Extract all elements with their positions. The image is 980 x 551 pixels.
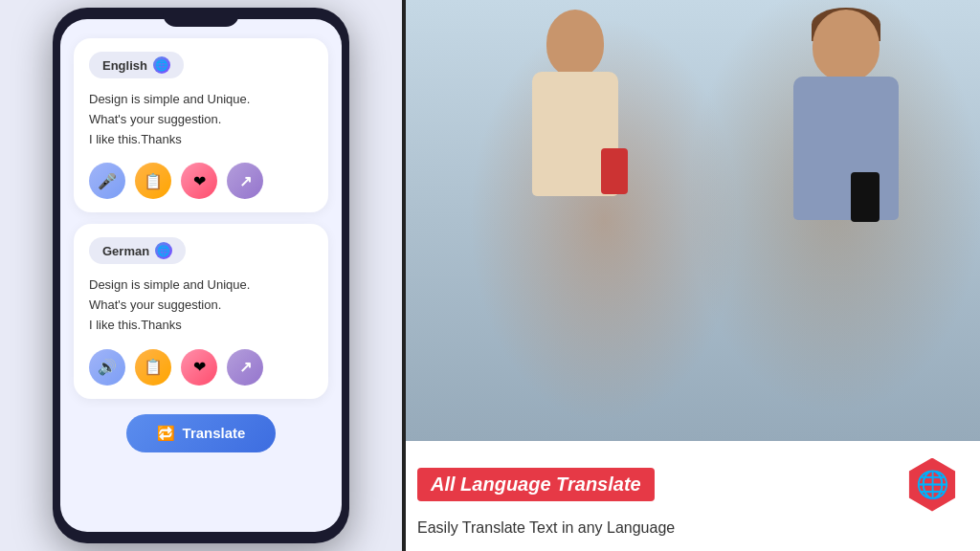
- banner-subtitle: Easily Translate Text in any Language: [417, 519, 961, 537]
- source-actions: 🎤 📋 ❤ ↗: [89, 163, 313, 199]
- banner-title-box: All Language Translate: [417, 468, 655, 501]
- translate-label: Translate: [183, 425, 246, 441]
- heart-icon-2: ❤: [193, 358, 206, 376]
- banner-title-row: All Language Translate 🌐: [417, 456, 961, 514]
- mic-button[interactable]: 🎤: [89, 163, 125, 199]
- man-body: [793, 77, 899, 220]
- copy-button-2[interactable]: 📋: [135, 349, 171, 386]
- target-lang-label: German: [102, 244, 149, 258]
- phone-border: [402, 0, 406, 551]
- target-lang-selector[interactable]: German 🌐: [89, 237, 313, 264]
- translate-btn-container: 🔁 Translate: [74, 414, 328, 452]
- favorite-button[interactable]: ❤: [181, 163, 217, 199]
- copy-icon-2: 📋: [144, 358, 163, 376]
- left-panel: English 🌐 Design is simple and Unique. W…: [0, 0, 402, 551]
- phone-frame: English 🌐 Design is simple and Unique. W…: [53, 8, 349, 543]
- speaker-icon: 🔊: [98, 358, 117, 376]
- share-button[interactable]: ↗: [227, 163, 263, 199]
- globe-hex-badge: 🌐: [903, 456, 961, 514]
- target-actions: 🔊 📋 ❤ ↗: [89, 349, 313, 386]
- share-icon: ↗: [239, 172, 252, 190]
- woman-phone: [601, 148, 628, 194]
- source-lang-label: English: [102, 58, 147, 73]
- woman-head: [546, 10, 604, 77]
- translate-icon: 🔁: [157, 425, 175, 442]
- source-text: Design is simple and Unique. What's your…: [89, 90, 313, 149]
- copy-icon: 📋: [144, 172, 163, 190]
- woman-body: [532, 72, 618, 196]
- bottom-banner: All Language Translate 🌐 Easily Translat…: [402, 441, 980, 551]
- man-head: [813, 10, 880, 81]
- favorite-button-2[interactable]: ❤: [181, 349, 217, 386]
- target-text: Design is simple and Unique. What's your…: [89, 276, 313, 335]
- source-globe-icon: 🌐: [153, 56, 170, 74]
- source-card: English 🌐 Design is simple and Unique. W…: [74, 38, 328, 212]
- photo-scene: [402, 0, 980, 441]
- hex-globe-icon: 🌐: [916, 469, 949, 500]
- phone-notch: [163, 8, 239, 27]
- speaker-button[interactable]: 🔊: [89, 349, 125, 386]
- woman-figure: [489, 10, 661, 407]
- banner-title: All Language Translate: [431, 474, 641, 495]
- man-phone: [851, 172, 880, 222]
- copy-button[interactable]: 📋: [135, 163, 171, 199]
- share-button-2[interactable]: ↗: [227, 349, 263, 386]
- target-lang-badge[interactable]: German 🌐: [89, 237, 186, 264]
- man-figure: [741, 0, 951, 419]
- translate-button[interactable]: 🔁 Translate: [126, 414, 277, 452]
- heart-icon: ❤: [193, 172, 206, 190]
- target-card: German 🌐 Design is simple and Unique. Wh…: [74, 224, 328, 398]
- mic-icon: 🎤: [98, 172, 117, 190]
- share-icon-2: ↗: [239, 358, 252, 376]
- phone-screen: English 🌐 Design is simple and Unique. W…: [60, 19, 342, 532]
- source-lang-selector[interactable]: English 🌐: [89, 52, 313, 78]
- target-globe-icon: 🌐: [155, 242, 172, 259]
- right-panel: All Language Translate 🌐 Easily Translat…: [402, 0, 980, 551]
- source-lang-badge[interactable]: English 🌐: [89, 52, 184, 78]
- hex-background: 🌐: [905, 458, 959, 512]
